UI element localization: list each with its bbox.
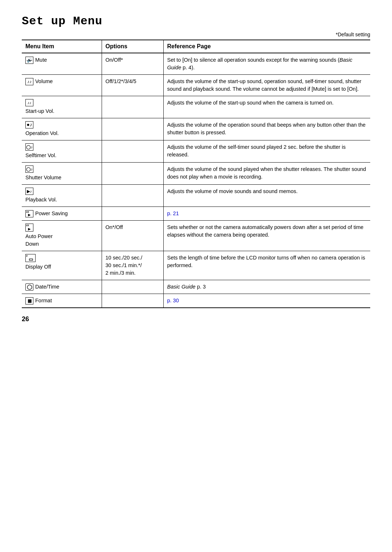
menu-item-playback-vol: ▶♪ Playback Vol. xyxy=(25,188,98,204)
volume-options: Off/1/2*/3/4/5 xyxy=(102,75,163,96)
menu-item-power-saving: zz ► Power Saving xyxy=(25,210,98,217)
volume-label: Volume xyxy=(35,78,53,85)
menu-item-selftimer-vol: ◯♪ Selftimer Vol. xyxy=(25,143,98,159)
table-row: ●♪ Operation Vol. Adjusts the volume of … xyxy=(22,118,370,140)
default-setting-label: *Default setting xyxy=(22,32,370,37)
playback-vol-ref: Adjusts the volume of movie sounds and s… xyxy=(163,185,370,207)
menu-item-shutter-volume: ◯♪ Shutter Volume xyxy=(25,165,98,181)
startup-vol-ref: Adjusts the volume of the start-up sound… xyxy=(163,96,370,118)
mute-icon: 🔊 xyxy=(25,57,33,64)
format-link: p. 30 xyxy=(167,298,179,303)
menu-item-display-off: z ▭ Display Off xyxy=(25,254,98,271)
format-options xyxy=(102,294,163,308)
menu-item-volume: ♪♪ Volume xyxy=(25,78,98,85)
table-row: ▶♪ Playback Vol. Adjusts the volume of m… xyxy=(22,185,370,207)
menu-item-operation-vol: ●♪ Operation Vol. xyxy=(25,121,98,137)
operation-vol-icon: ●♪ xyxy=(25,121,33,128)
playback-vol-label: Playback Vol. xyxy=(25,196,57,204)
setup-menu-table: Menu Item Options Reference Page 🔊 Mute … xyxy=(22,40,370,308)
volume-icon: ♪♪ xyxy=(25,78,33,85)
table-row: ♪♪ Start-up Vol. Adjusts the volume of t… xyxy=(22,96,370,118)
shutter-volume-label: Shutter Volume xyxy=(25,174,61,181)
power-saving-icon: zz ► xyxy=(25,210,33,217)
table-row: ◯ Date/Time Basic Guide p. 3 xyxy=(22,280,370,294)
playback-vol-icon: ▶♪ xyxy=(25,188,33,195)
selftimer-vol-options xyxy=(102,140,163,163)
power-saving-label: Power Saving xyxy=(35,210,68,217)
selftimer-vol-icon: ◯♪ xyxy=(25,143,33,151)
table-row: z ▭ Display Off 10 sec./20 sec./30 sec./… xyxy=(22,251,370,280)
volume-ref: Adjusts the volume of the start-up sound… xyxy=(163,75,370,96)
format-label: Format xyxy=(35,297,52,304)
menu-item-date-time: ◯ Date/Time xyxy=(25,283,98,291)
operation-vol-options xyxy=(102,118,163,140)
page-title: Set up Menu xyxy=(22,15,370,28)
selftimer-vol-ref: Adjusts the volume of the self-timer sou… xyxy=(163,140,370,163)
menu-item-format: ▦ Format xyxy=(25,297,98,304)
table-row: zz ► Power Saving p. 21 xyxy=(22,207,370,221)
operation-vol-label: Operation Vol. xyxy=(25,130,59,137)
table-row: ▦ Format p. 30 xyxy=(22,294,370,308)
display-off-ref: Sets the length of time before the LCD m… xyxy=(163,251,370,280)
startup-vol-label: Start-up Vol. xyxy=(25,107,54,115)
date-time-label: Date/Time xyxy=(35,283,59,291)
display-off-options: 10 sec./20 sec./30 sec./1 min.*/2 min./3… xyxy=(102,251,163,280)
menu-item-auto-power-down: zz ► Auto PowerDown xyxy=(25,224,98,248)
date-time-options xyxy=(102,280,163,294)
table-row: ◯♪ Shutter Volume Adjusts the volume of … xyxy=(22,163,370,185)
power-saving-options xyxy=(102,207,163,221)
col-header-menu: Menu Item xyxy=(22,40,102,53)
auto-power-down-ref: Sets whether or not the camera automatic… xyxy=(163,221,370,251)
table-row: 🔊 Mute On/Off* Set to [On] to silence al… xyxy=(22,53,370,75)
mute-ref: Set to [On] to silence all operation sou… xyxy=(163,53,370,75)
menu-item-startup-vol: ♪♪ Start-up Vol. xyxy=(25,99,98,115)
display-off-icon: z ▭ xyxy=(25,254,36,262)
power-saving-link: p. 21 xyxy=(167,210,179,216)
date-time-icon: ◯ xyxy=(25,283,33,291)
table-row: ♪♪ Volume Off/1/2*/3/4/5 Adjusts the vol… xyxy=(22,75,370,96)
mute-options: On/Off* xyxy=(102,53,163,75)
auto-power-down-icon: zz ► xyxy=(25,224,33,232)
display-off-label: Display Off xyxy=(25,263,51,271)
table-row: zz ► Auto PowerDown On*/Off Sets whether… xyxy=(22,221,370,251)
shutter-volume-icon: ◯♪ xyxy=(25,165,33,173)
date-time-ref: Basic Guide p. 3 xyxy=(163,280,370,294)
format-ref: p. 30 xyxy=(163,294,370,308)
table-row: ◯♪ Selftimer Vol. Adjusts the volume of … xyxy=(22,140,370,163)
startup-vol-icon: ♪♪ xyxy=(25,99,33,106)
power-saving-ref: p. 21 xyxy=(163,207,370,221)
playback-vol-options xyxy=(102,185,163,207)
auto-power-down-label: Auto PowerDown xyxy=(25,233,53,248)
col-header-ref: Reference Page xyxy=(163,40,370,53)
col-header-options: Options xyxy=(102,40,163,53)
shutter-volume-ref: Adjusts the volume of the sound played w… xyxy=(163,163,370,185)
startup-vol-options xyxy=(102,96,163,118)
page-number: 26 xyxy=(22,315,370,323)
mute-label: Mute xyxy=(35,56,47,64)
format-icon: ▦ xyxy=(25,297,33,304)
selftimer-vol-label: Selftimer Vol. xyxy=(25,152,56,159)
operation-vol-ref: Adjusts the volume of the operation soun… xyxy=(163,118,370,140)
auto-power-down-options: On*/Off xyxy=(102,221,163,251)
menu-item-mute: 🔊 Mute xyxy=(25,56,98,64)
shutter-volume-options xyxy=(102,163,163,185)
